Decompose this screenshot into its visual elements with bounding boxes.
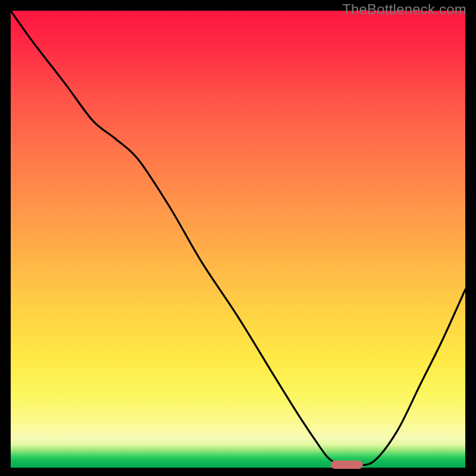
chart-plot-area xyxy=(11,11,465,468)
watermark-text: TheBottleneck.com xyxy=(342,1,466,18)
chart-frame: TheBottleneck.com xyxy=(0,0,476,476)
optimum-marker xyxy=(331,461,363,469)
bottleneck-curve xyxy=(11,11,465,468)
